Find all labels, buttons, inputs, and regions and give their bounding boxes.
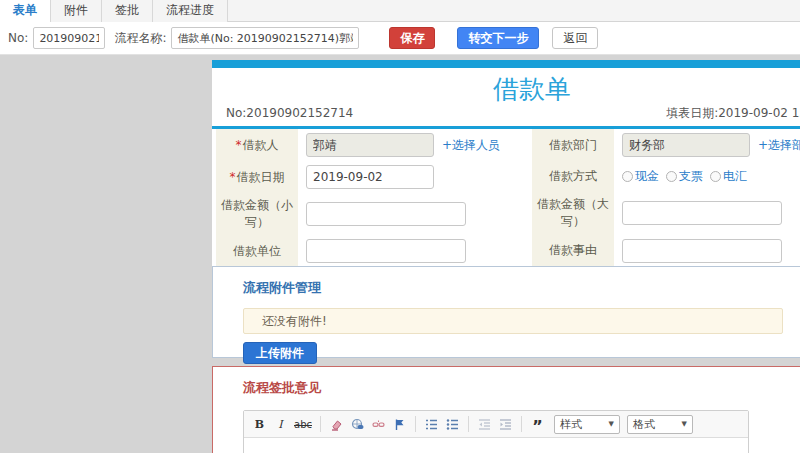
radio-icon bbox=[666, 171, 677, 182]
toolbar-divider bbox=[415, 416, 416, 432]
format-dropdown[interactable]: 格式▼ bbox=[627, 415, 693, 434]
unlink-icon[interactable] bbox=[369, 415, 388, 434]
tab-bar: 表单 附件 签批 流程进度 bbox=[0, 0, 800, 22]
eraser-icon bbox=[330, 418, 343, 431]
radio-check[interactable]: 支票 bbox=[666, 168, 703, 185]
unordered-list-icon bbox=[446, 418, 459, 431]
increase-indent-icon bbox=[499, 418, 512, 431]
loan-date-input[interactable] bbox=[306, 165, 434, 189]
back-button[interactable]: 返回 bbox=[552, 27, 598, 49]
chevron-down-icon: ▼ bbox=[609, 420, 614, 428]
tab-form[interactable]: 表单 bbox=[0, 0, 51, 22]
tab-process-progress[interactable]: 流程进度 bbox=[153, 0, 228, 22]
broken-chain-icon bbox=[372, 418, 385, 431]
amount-small-input[interactable] bbox=[306, 202, 466, 226]
flag-icon bbox=[393, 418, 406, 431]
flow-name-label: 流程名称: bbox=[114, 30, 166, 47]
tab-attachment[interactable]: 附件 bbox=[51, 0, 102, 22]
select-department-link[interactable]: +选择部门 bbox=[758, 137, 800, 154]
toolbar-divider bbox=[521, 416, 522, 432]
loan-form-card: 借款单 No:20190902152714 填表日期:2019-09-02 15… bbox=[212, 60, 800, 272]
form-no-text: No:20190902152714 bbox=[226, 106, 353, 120]
save-button[interactable]: 保存 bbox=[389, 27, 435, 49]
toolbar-divider bbox=[320, 416, 321, 432]
upload-attachment-button[interactable]: 上传附件 bbox=[243, 342, 317, 364]
approval-section: 流程签批意见 B I abc bbox=[212, 366, 800, 453]
borrower-input[interactable] bbox=[306, 133, 434, 157]
radio-wire-transfer[interactable]: 电汇 bbox=[710, 168, 747, 185]
tab-approval[interactable]: 签批 bbox=[102, 0, 153, 22]
form-top-bar bbox=[212, 60, 800, 68]
loan-reason-label: 借款事由 bbox=[532, 235, 614, 268]
bullet-list-icon[interactable] bbox=[443, 415, 462, 434]
flow-name-input[interactable] bbox=[171, 27, 359, 49]
numbered-list-icon[interactable] bbox=[422, 415, 441, 434]
radio-cash[interactable]: 现金 bbox=[622, 168, 659, 185]
forward-next-step-button[interactable]: 转交下一步 bbox=[457, 27, 539, 49]
toolbar: No: 流程名称: 保存 转交下一步 返回 bbox=[0, 22, 800, 55]
no-input[interactable] bbox=[33, 27, 105, 49]
italic-icon[interactable]: I bbox=[271, 415, 290, 434]
department-input[interactable] bbox=[622, 133, 750, 157]
select-person-link[interactable]: +选择人员 bbox=[442, 137, 500, 154]
required-asterisk: * bbox=[236, 138, 242, 152]
rich-text-editor: B I abc bbox=[243, 410, 749, 453]
department-label: 借款部门 bbox=[532, 129, 614, 162]
strikethrough-icon[interactable]: abc bbox=[292, 415, 314, 434]
outdent-icon[interactable] bbox=[475, 415, 494, 434]
no-attachment-alert: 还没有附件! bbox=[243, 308, 783, 334]
indent-icon[interactable] bbox=[496, 415, 515, 434]
loan-unit-label: 借款单位 bbox=[216, 235, 298, 267]
chain-globe-icon bbox=[351, 418, 364, 431]
attachment-section: 流程附件管理 还没有附件! 上传附件 bbox=[212, 266, 800, 358]
form-title: 借款单 bbox=[212, 68, 800, 106]
ordered-list-icon bbox=[425, 418, 438, 431]
form-fill-date-text: 填表日期:2019-09-02 15:27:1 bbox=[666, 106, 800, 120]
decrease-indent-icon bbox=[478, 418, 491, 431]
approval-heading: 流程签批意见 bbox=[243, 379, 800, 397]
form-fields: *借款人 +选择人员 *借款日期 借款金额（小写） 借款单位 借款部 bbox=[212, 129, 800, 267]
bold-icon[interactable]: B bbox=[250, 415, 269, 434]
editor-toolbar: B I abc bbox=[244, 411, 748, 438]
loan-method-label: 借款方式 bbox=[532, 162, 614, 193]
radio-icon bbox=[710, 171, 721, 182]
amount-small-label: 借款金额（小写） bbox=[216, 193, 298, 235]
loan-date-label: *借款日期 bbox=[216, 161, 298, 193]
radio-icon bbox=[622, 171, 633, 182]
required-asterisk: * bbox=[230, 170, 236, 184]
amount-big-label: 借款金额（大写） bbox=[532, 192, 614, 235]
editor-content-area[interactable] bbox=[244, 438, 748, 453]
amount-big-input[interactable] bbox=[622, 201, 782, 225]
blockquote-icon[interactable]: ” bbox=[528, 415, 547, 434]
loan-unit-input[interactable] bbox=[306, 239, 466, 263]
attachment-heading: 流程附件管理 bbox=[243, 279, 800, 297]
anchor-flag-icon[interactable] bbox=[390, 415, 409, 434]
style-dropdown[interactable]: 样式▼ bbox=[554, 415, 620, 434]
remove-format-icon[interactable] bbox=[327, 415, 346, 434]
toolbar-divider bbox=[468, 416, 469, 432]
link-icon[interactable] bbox=[348, 415, 367, 434]
loan-reason-input[interactable] bbox=[622, 239, 782, 263]
loan-method-radio-group: 现金 支票 电汇 bbox=[622, 168, 747, 185]
borrower-label: *借款人 bbox=[216, 129, 298, 161]
chevron-down-icon: ▼ bbox=[682, 420, 687, 428]
no-label: No: bbox=[8, 31, 28, 45]
